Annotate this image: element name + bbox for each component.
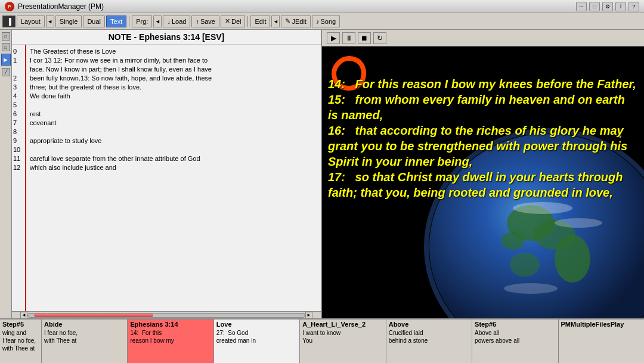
svg-point-10 [504, 283, 558, 294]
title-bar-controls: ─ □ ⚙ i ? [576, 2, 639, 11]
bottom-card-step6[interactable]: Step#6 Above allpowers above all [472, 319, 558, 363]
scrollbar-track[interactable] [27, 313, 305, 318]
main-content: □ □ ► ╱ NOTE - Ephesians 3:14 [ESV] 0 1 … [0, 30, 644, 318]
title-bar-left: P PresentationManager (PM) [5, 2, 104, 11]
text-line-5 [30, 101, 317, 110]
bottom-card-ephesians[interactable]: Ephesians 3:14 14: For thisreason I bow … [128, 319, 213, 363]
dual-button[interactable]: Dual [83, 15, 105, 27]
abide-card-title: Abide [44, 321, 125, 328]
text-line-3: three; but the greatest of these is love… [30, 83, 317, 92]
abide-card-text: I fear no foe,with Thee at [44, 329, 125, 345]
line-num-6: 6 [13, 110, 24, 119]
horizontal-scrollbar[interactable]: ◄ ► [12, 311, 321, 318]
stop-button[interactable]: ⏹ [358, 32, 371, 44]
scroll-left-btn[interactable]: ◄ [20, 312, 27, 319]
note-content: 0 1 2 3 4 5 6 7 8 9 10 11 12 The Greates… [12, 45, 321, 311]
pm-card-title: PMMultipleFilesPlay [561, 321, 642, 328]
sep2 [247, 16, 248, 27]
line-num-0: 0 [13, 47, 24, 56]
text-line-10 [30, 145, 317, 154]
bottom-card-abide[interactable]: Abide I fear no foe,with Thee at [42, 319, 128, 363]
scroll-right-btn[interactable]: ► [305, 312, 312, 319]
bottom-card-aheart[interactable]: A_Heart_Li_Verse_2 I want to knowYou [300, 319, 386, 363]
right-panel: ▶ ⏸ ⏹ ↻ [322, 30, 644, 318]
love-card-title: Love [216, 321, 297, 328]
aheart-card-title: A_Heart_Li_Verse_2 [302, 321, 383, 328]
sidebar-icon-1[interactable]: □ [2, 32, 10, 41]
line-num-4: 4 [13, 92, 24, 101]
svg-point-9 [555, 218, 602, 228]
text-line-12: which also include justice and [30, 163, 317, 172]
song-button[interactable]: ♪ Song [312, 15, 340, 27]
maximize-button[interactable]: □ [589, 2, 600, 11]
step6-card-text: Above allpowers above all [475, 329, 555, 345]
settings-button[interactable]: ⚙ [602, 2, 613, 11]
sep1 [129, 16, 129, 27]
jedit-button[interactable]: ✎ JEdit [281, 15, 310, 27]
line-num-9: 9 [13, 136, 24, 145]
svg-point-7 [501, 232, 525, 250]
save-icon: ↑ [196, 18, 199, 25]
sidebar-icon-2[interactable]: □ [2, 43, 10, 51]
pause-button[interactable]: ⏸ [342, 32, 355, 44]
prg-arrow-left[interactable]: ◄ [153, 15, 162, 27]
scrollbar-thumb [34, 314, 153, 317]
above-card-title: Above [389, 321, 469, 328]
del-button[interactable]: ✕ Del [221, 15, 246, 27]
text-line-11: careful love separate from the other inn… [30, 154, 317, 163]
song-icon: ♪ [316, 18, 320, 25]
above-card-text: Crucified laidbehind a stone [389, 329, 469, 345]
line-num-11: 11 [13, 154, 24, 163]
bottom-card-love[interactable]: Love 27: So Godcreated man in [214, 319, 300, 363]
bottom-card-above[interactable]: Above Crucified laidbehind a stone [386, 319, 472, 363]
window-title: PresentationManager (PM) [18, 2, 104, 11]
left-sidebar: □ □ ► ╱ [0, 30, 12, 318]
edit-button[interactable]: Edit [250, 15, 270, 27]
mode-button[interactable]: ▐ [2, 15, 16, 27]
bottom-card-wing[interactable]: Step#5 wing andI fear no foe,with Thee a… [0, 319, 42, 363]
preview-verse-15: 15: from whom every family in heaven and… [328, 92, 638, 123]
info-button[interactable]: i [615, 2, 626, 11]
line-num-7: 7 [13, 119, 24, 128]
text-editor[interactable]: The Greatest of these is Love I cor 13 1… [26, 45, 321, 311]
line-num-2: 2 [13, 74, 24, 83]
single-button[interactable]: Single [55, 15, 82, 27]
ephesians-card-text: 14: For thisreason I bow my [130, 329, 210, 345]
line-num-8: 8 [13, 128, 24, 136]
text-line-4: We done faith [30, 92, 317, 101]
line-num-blank1 [13, 65, 24, 74]
text-line-1b: face. Now I know in part; then I shall k… [30, 65, 317, 74]
preview-display: 14: For this reason I bow my knees befor… [322, 46, 644, 318]
help-button[interactable]: ? [628, 2, 639, 11]
wing-card-title: Step#5 [2, 321, 39, 328]
line-num-10: 10 [13, 145, 24, 154]
preview-verse-14: 14: For this reason I bow my knees befor… [328, 76, 638, 92]
load-button[interactable]: ↓ Load [163, 15, 190, 27]
play-button[interactable]: ▶ [327, 32, 340, 44]
text-line-2: been fully known.13: So now faith, hope,… [30, 74, 317, 83]
layout-button[interactable]: Layout [17, 15, 45, 27]
wing-card-text: wing andI fear no foe,with Thee at [2, 329, 39, 352]
svg-point-5 [555, 235, 590, 283]
sidebar-icon-3[interactable]: ╱ [2, 68, 10, 76]
text-button[interactable]: Text [106, 15, 126, 27]
bottom-card-pm[interactable]: PMMultipleFilesPlay [559, 319, 644, 363]
text-line-1: I cor 13 12: For now we see in a mirror … [30, 56, 317, 65]
svg-text:P: P [8, 4, 11, 10]
preview-verse-17: 17: so that Christ may dwell in your hea… [328, 169, 638, 200]
line-num-12: 12 [13, 163, 24, 172]
prg-label: Prg: [132, 15, 152, 27]
preview-text: 14: For this reason I bow my knees befor… [328, 76, 638, 200]
loop-button[interactable]: ↻ [373, 32, 386, 44]
text-line-8 [30, 128, 317, 136]
nav-arrow-up[interactable]: ► [1, 54, 11, 66]
text-line-0: The Greatest of these is Love [30, 47, 317, 56]
edit-arrow[interactable]: ◄ [271, 15, 280, 27]
save-button[interactable]: ↑ Save [191, 15, 219, 27]
text-line-6: rest [30, 110, 317, 119]
minimize-button[interactable]: ─ [576, 2, 587, 11]
app-logo: P [5, 2, 14, 11]
preview-verse-16: 16: that according to the riches of his … [328, 123, 638, 169]
bottom-panel: Step#5 wing andI fear no foe,with Thee a… [0, 318, 644, 363]
layout-arrow[interactable]: ◄ [46, 15, 54, 27]
